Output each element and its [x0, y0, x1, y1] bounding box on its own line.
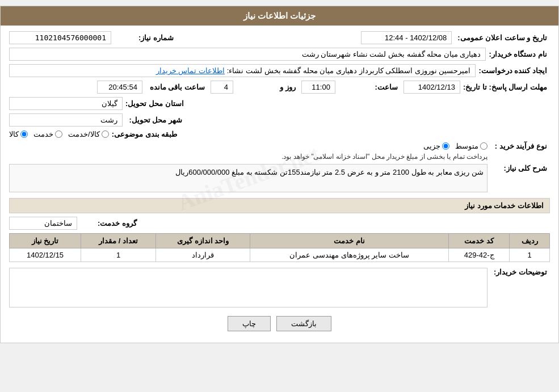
- contact-link[interactable]: اطلاعات تماس خریدار: [156, 66, 225, 75]
- cell-service-code: ج-42-429: [448, 248, 509, 262]
- services-table: ردیف کد خدمت نام خدمت واحد اندازه گیری ت…: [9, 233, 550, 262]
- cell-service-name: ساخت سایر پروژه‌های مهندسی عمران: [250, 248, 449, 262]
- print-button[interactable]: چاپ: [228, 316, 271, 331]
- buyer-org-value: دهیاری میان محله گفشه بخش لشت نشاء شهرست…: [9, 48, 486, 61]
- col-service-code: کد خدمت: [448, 234, 509, 248]
- cell-quantity: 1: [81, 248, 156, 262]
- category-kala[interactable]: کالا: [9, 130, 28, 138]
- purchase-type-jozii[interactable]: جزیی: [423, 142, 449, 150]
- deadline-days: 4: [211, 81, 233, 94]
- purchase-type-motavaset[interactable]: متوسط: [455, 142, 487, 150]
- city-value: رشت: [9, 113, 123, 127]
- category-kala-khedmat[interactable]: کالا/خدمت: [68, 130, 109, 138]
- deadline-remaining: 20:45:54: [97, 81, 142, 94]
- deadline-time: 11:00: [301, 81, 335, 94]
- back-button[interactable]: بازگشت: [276, 316, 331, 331]
- category-radio-group: کالا/خدمت خدمت کالا: [9, 130, 109, 138]
- buyer-org-label: نام دستگاه خریدار:: [489, 50, 547, 58]
- deadline-time-label: ساعت:: [341, 83, 398, 91]
- table-row: 1 ج-42-429 ساخت سایر پروژه‌های مهندسی عم…: [10, 248, 550, 262]
- need-number-value: 1102104576000001: [9, 31, 111, 44]
- buyer-notes-label: توضیحات خریدار:: [490, 268, 547, 276]
- services-section-header: اطلاعات خدمات مورد نیاز: [9, 198, 550, 213]
- purchase-type-label: نوع فرآیند خرید :: [490, 142, 547, 150]
- province-label: استان محل تحویل:: [125, 99, 184, 108]
- cell-unit: قرارداد: [156, 248, 250, 262]
- cell-date-needed: 1402/12/15: [10, 248, 81, 262]
- deadline-date: 1402/12/13: [404, 81, 460, 94]
- description-label: شرح کلی نیاز:: [490, 164, 547, 172]
- announcement-date-value: 1402/12/08 - 12:44: [361, 31, 452, 44]
- deadline-day-label: روز و: [239, 83, 296, 91]
- description-value: شن ریزی معابر به طول 2100 متر و به عرض 2…: [175, 168, 484, 176]
- footer-buttons: بازگشت چاپ: [9, 316, 550, 331]
- creator-value: امیرحسین نوروزی اسطلکی کاربرداز دهیاری م…: [9, 64, 476, 77]
- creator-label: ایجاد کننده درخواست:: [478, 66, 547, 75]
- deadline-label: مهلت ارسال پاسخ: تا تاریخ:: [463, 83, 547, 91]
- col-service-name: نام خدمت: [250, 234, 449, 248]
- col-row-num: ردیف: [510, 234, 550, 248]
- buyer-notes-textarea[interactable]: [9, 268, 487, 307]
- col-quantity: تعداد / مقدار: [81, 234, 156, 248]
- col-unit: واحد اندازه گیری: [156, 234, 250, 248]
- service-group-value: ساختمان: [9, 217, 77, 230]
- city-label: شهر محل تحویل:: [125, 116, 182, 124]
- service-group-label: گروه خدمت:: [80, 219, 137, 227]
- category-khedmat[interactable]: خدمت: [33, 130, 62, 138]
- cell-row-num: 1: [510, 248, 550, 262]
- purchase-type-note: پرداخت تمام یا بخشی از مبلغ خریدار محل "…: [9, 153, 487, 161]
- col-date-needed: تاریخ نیاز: [10, 234, 81, 248]
- province-value: گیلان: [9, 97, 123, 110]
- announcement-date-label: تاریخ و ساعت اعلان عمومی:: [457, 33, 547, 42]
- deadline-remaining-label: ساعت باقی مانده: [148, 83, 205, 91]
- category-label: طبقه بندی موضوعی:: [112, 130, 178, 138]
- need-number-label: شماره نیاز:: [117, 33, 174, 42]
- page-title: جزئیات اطلاعات نیاز: [1, 6, 558, 26]
